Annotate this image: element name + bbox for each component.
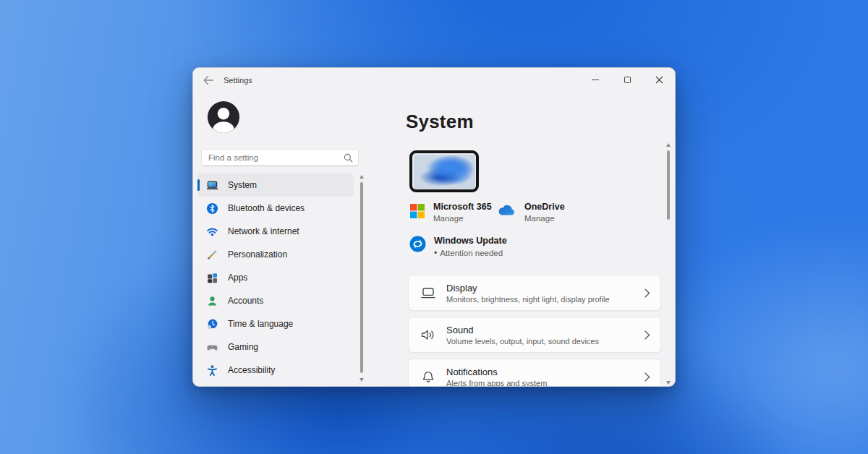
onedrive-manage-link[interactable]: Manage xyxy=(524,214,565,223)
status-bullet: • xyxy=(434,248,437,258)
paintbrush-icon xyxy=(206,249,218,261)
sidebar-item-label: Accessibility xyxy=(228,365,275,375)
sound-card-title: Sound xyxy=(446,325,640,335)
search-box xyxy=(201,149,359,166)
sidebar-item-label: Apps xyxy=(228,273,247,283)
windows-update-status: •Attention needed xyxy=(434,248,507,258)
notifications-card-title: Notifications xyxy=(446,367,640,377)
microsoft-logo-icon xyxy=(410,204,425,218)
sidebar-item-apps[interactable]: Apps xyxy=(197,266,354,289)
windows-update-icon xyxy=(409,236,426,252)
device-wallpaper-thumbnail xyxy=(414,155,475,189)
sidebar-item-network-internet[interactable]: Network & internet xyxy=(197,220,354,243)
sound-card[interactable]: Sound Volume levels, output, input, soun… xyxy=(408,317,661,353)
titlebar: Settings xyxy=(193,68,675,93)
onedrive-cloud-icon xyxy=(497,204,516,217)
window-title: Settings xyxy=(224,76,252,85)
apps-grid-icon xyxy=(206,272,218,284)
settings-window: Settings xyxy=(192,67,676,387)
system-icon xyxy=(206,179,218,192)
sidebar-item-system[interactable]: System xyxy=(197,174,354,197)
windows-update-row[interactable]: Windows Update •Attention needed xyxy=(409,236,507,258)
speaker-icon xyxy=(420,328,436,342)
chevron-right-icon xyxy=(644,330,650,340)
back-arrow-icon xyxy=(203,75,214,85)
accessibility-icon xyxy=(206,364,218,377)
sidebar-item-accessibility[interactable]: Accessibility xyxy=(197,359,354,382)
sidebar-item-accounts[interactable]: Accounts xyxy=(197,289,354,312)
display-card-subtitle: Monitors, brightness, night light, displ… xyxy=(446,295,640,304)
sidebar-item-label: Accounts xyxy=(228,296,263,306)
display-card[interactable]: Display Monitors, brightness, night ligh… xyxy=(408,275,661,311)
wifi-icon xyxy=(206,226,218,238)
minimize-button[interactable] xyxy=(579,68,611,91)
close-icon xyxy=(655,76,663,84)
onedrive-promo[interactable]: OneDrive Manage xyxy=(497,202,565,223)
scroll-up-icon[interactable] xyxy=(666,143,671,147)
notifications-card-subtitle: Alerts from apps and system xyxy=(446,379,640,387)
sidebar-item-gaming[interactable]: Gaming xyxy=(197,335,354,359)
search-icon xyxy=(344,153,353,163)
monitor-icon xyxy=(420,286,436,300)
maximize-button[interactable] xyxy=(611,68,643,91)
sidebar-item-label: System xyxy=(228,180,257,190)
sidebar-scrollbar xyxy=(359,174,365,382)
notifications-card[interactable]: Notifications Alerts from apps and syste… xyxy=(408,359,661,387)
close-button[interactable] xyxy=(643,68,675,91)
device-preview-thumbnail xyxy=(409,150,479,192)
microsoft-365-title: Microsoft 365 xyxy=(433,202,492,212)
user-avatar[interactable] xyxy=(207,100,240,134)
onedrive-title: OneDrive xyxy=(524,202,565,212)
display-card-title: Display xyxy=(446,283,640,294)
person-icon xyxy=(206,295,218,307)
microsoft-365-promo[interactable]: Microsoft 365 Manage xyxy=(410,202,492,223)
settings-cards: Display Monitors, brightness, night ligh… xyxy=(408,275,661,387)
page-title: System xyxy=(406,111,474,133)
sidebar-item-bluetooth-devices[interactable]: Bluetooth & devices xyxy=(197,197,354,220)
clock-globe-icon xyxy=(206,318,218,330)
sidebar-item-personalization[interactable]: Personalization xyxy=(197,243,354,266)
windows-update-title: Windows Update xyxy=(434,236,507,246)
desktop: Settings xyxy=(0,0,868,454)
game-controller-icon xyxy=(206,341,218,354)
sidebar-item-label: Personalization xyxy=(228,249,287,260)
chevron-right-icon xyxy=(644,288,650,298)
search-input[interactable] xyxy=(208,150,339,166)
back-button[interactable] xyxy=(200,73,216,89)
bluetooth-icon xyxy=(206,202,218,215)
chevron-right-icon xyxy=(644,372,650,382)
sidebar-item-label: Gaming xyxy=(228,342,258,352)
scroll-down-icon[interactable] xyxy=(359,378,364,382)
sidebar-item-time-language[interactable]: Time & language xyxy=(197,312,354,335)
sound-card-subtitle: Volume levels, output, input, sound devi… xyxy=(446,337,640,346)
window-controls xyxy=(579,68,675,91)
status-text: Attention needed xyxy=(440,249,503,257)
sidebar-nav: System Bluetooth & devices Network & int… xyxy=(197,174,354,382)
main-scrollbar xyxy=(665,142,671,385)
bell-icon xyxy=(420,370,436,384)
minimize-icon xyxy=(592,80,599,80)
main-scrollbar-thumb[interactable] xyxy=(667,150,670,220)
microsoft-365-manage-link[interactable]: Manage xyxy=(433,214,492,223)
sidebar-scrollbar-thumb[interactable] xyxy=(360,182,363,373)
maximize-icon xyxy=(624,77,631,83)
scroll-down-icon[interactable] xyxy=(666,381,671,385)
sidebar-item-label: Network & internet xyxy=(228,226,299,236)
sidebar-item-label: Bluetooth & devices xyxy=(228,203,305,213)
scroll-up-icon[interactable] xyxy=(359,175,364,179)
sidebar-item-label: Time & language xyxy=(228,319,293,329)
